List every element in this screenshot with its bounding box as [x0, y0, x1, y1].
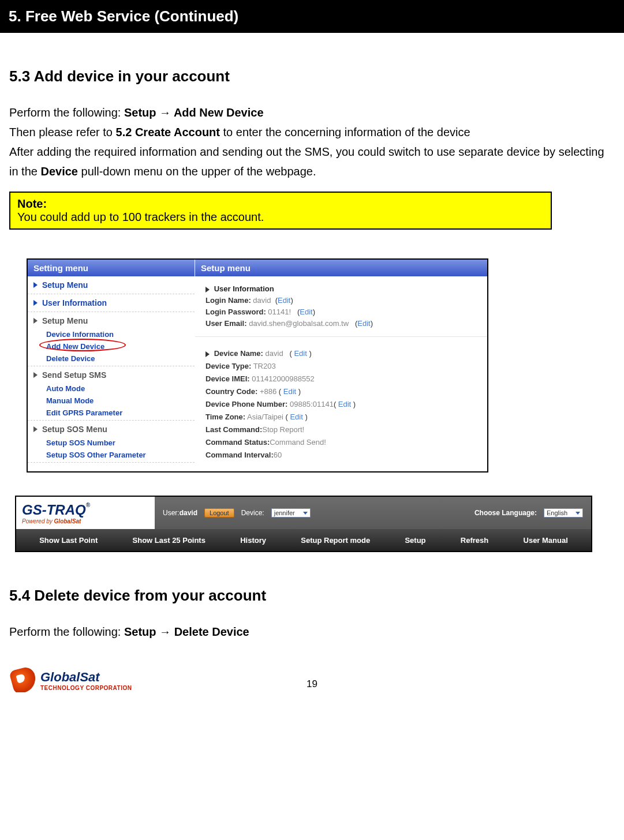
main-nav-bar: Show Last Point Show Last 25 Points Hist…	[16, 529, 591, 551]
page-header-bar: 5. Free Web Service (Continued)	[0, 0, 624, 33]
topbar: GS-TRAQ® Powered by GlobalSat User:david…	[16, 497, 591, 529]
p1-pre: Perform the following:	[9, 106, 124, 119]
section-5-4-heading: 5.4 Delete device from your account	[9, 587, 615, 605]
submenu-label: Add New Device	[46, 342, 104, 351]
user-email-value: david.shen@globalsat.com.tw	[249, 319, 349, 328]
menu-setup-menu-1[interactable]: Setup Menu	[28, 278, 195, 292]
command-status-label: Command Status:	[205, 438, 270, 447]
device-name-value: david	[266, 349, 283, 358]
logo-main-text: GS-TRAQ®	[22, 502, 149, 518]
device-info-block: Device Name: david ( Edit ) Device Type:…	[195, 337, 487, 471]
setting-menu-header: Setting menu	[28, 260, 195, 276]
chevron-right-icon	[33, 300, 38, 306]
user-value: david	[180, 509, 197, 517]
edit-user-email-link[interactable]: Edit	[357, 319, 370, 328]
logout-button[interactable]: Logout	[204, 508, 234, 518]
edit-time-zone-link[interactable]: Edit	[290, 412, 302, 421]
login-password-label: Login Password:	[205, 308, 266, 316]
chevron-right-icon	[33, 282, 38, 288]
footer-logo-big: GlobalSat	[40, 670, 132, 685]
setting-menu-panel: Setting menu Setup Menu User Information…	[28, 260, 195, 471]
login-name-label: Login Name:	[205, 296, 251, 305]
p3-post: pull-down menu on the upper of the webpa…	[81, 165, 316, 178]
menu-label: User Information	[42, 298, 107, 308]
device-imei-row: Device IMEI: 011412000988552	[205, 374, 477, 383]
menu-label: Setup Menu	[42, 316, 88, 325]
chevron-right-icon	[33, 426, 38, 432]
menu-setup-menu-2[interactable]: Setup Menu	[28, 313, 195, 328]
setup-menu-header: Setup menu	[195, 260, 487, 276]
navbar-screenshot: GS-TRAQ® Powered by GlobalSat User:david…	[15, 496, 592, 552]
device-type-row: Device Type: TR203	[205, 362, 477, 370]
user-info-heading: User Information	[205, 284, 477, 293]
user-email-label: User Email:	[205, 319, 247, 328]
user-label-text: User:	[163, 509, 180, 517]
menu-user-information[interactable]: User Information	[28, 295, 195, 310]
submenu-add-new-device[interactable]: Add New Device	[28, 340, 195, 352]
country-code-label: Country Code:	[205, 387, 257, 396]
last-command-row: Last Command:Stop Report!	[205, 425, 477, 434]
device-phone-row: Device Phone Number: 09885:01141( Edit )	[205, 400, 477, 408]
command-interval-value: 60	[274, 451, 282, 459]
nav-show-last-point[interactable]: Show Last Point	[35, 536, 102, 545]
edit-country-code-link[interactable]: Edit	[283, 387, 296, 396]
section-5-3-heading: 5.3 Add device in your account	[9, 68, 615, 85]
p2-post: to enter the concerning information of t…	[223, 126, 470, 138]
last-command-label: Last Command:	[205, 425, 262, 434]
nav-setup[interactable]: Setup	[400, 536, 430, 545]
note-box: Note: You could add up to 100 trackers i…	[9, 192, 552, 230]
user-info-label: User Information	[214, 284, 274, 293]
submenu-auto-mode[interactable]: Auto Mode	[28, 382, 195, 395]
device-name-row: Device Name: david ( Edit )	[205, 349, 477, 358]
page-number: 19	[307, 678, 317, 690]
menu-label: Setup SOS Menu	[42, 425, 107, 434]
nav-history[interactable]: History	[236, 536, 271, 545]
menu-setup-sos-menu[interactable]: Setup SOS Menu	[28, 422, 195, 437]
p1-bold: Setup → Add New Device	[124, 106, 264, 119]
nav-setup-report-mode[interactable]: Setup Report mode	[296, 536, 375, 545]
nav-refresh[interactable]: Refresh	[456, 536, 493, 545]
edit-device-name-link[interactable]: Edit	[294, 349, 307, 358]
page-footer: GlobalSat TECHNOLOGY CORPORATION 19	[0, 652, 624, 692]
note-body: You could add up to 100 trackers in the …	[17, 211, 544, 224]
login-password-value: 01141!	[268, 308, 291, 316]
submenu-setup-sos-number[interactable]: Setup SOS Number	[28, 437, 195, 449]
chevron-right-icon	[33, 318, 38, 324]
submenu-edit-gprs-parameter[interactable]: Edit GPRS Parameter	[28, 407, 195, 419]
edit-login-name-link[interactable]: Edit	[278, 296, 290, 305]
time-zone-value: Asia/Taipei	[247, 412, 283, 421]
submenu-setup-sos-other-parameter[interactable]: Setup SOS Other Parameter	[28, 449, 195, 461]
edit-device-phone-link[interactable]: Edit	[338, 400, 351, 408]
submenu-manual-mode[interactable]: Manual Mode	[28, 395, 195, 407]
nav-show-last-25-points[interactable]: Show Last 25 Points	[128, 536, 210, 545]
country-code-row: Country Code: +886 ( Edit )	[205, 387, 477, 396]
user-label: User:david	[163, 509, 197, 517]
country-code-value: +886	[260, 387, 276, 396]
logo-text: GS-TRAQ	[22, 502, 86, 518]
globalsat-footer-logo: GlobalSat TECHNOLOGY CORPORATION	[12, 668, 132, 692]
command-interval-row: Command Interval:60	[205, 451, 477, 459]
command-interval-label: Command Interval:	[205, 451, 274, 459]
device-imei-value: 011412000988552	[252, 374, 314, 383]
time-zone-row: Time Zone: Asia/Taipei ( Edit )	[205, 412, 477, 421]
command-status-value: Command Send!	[270, 438, 326, 447]
footer-logo-small: TECHNOLOGY CORPORATION	[40, 685, 132, 691]
nav-user-manual[interactable]: User Manual	[519, 536, 573, 545]
registered-icon: ®	[86, 502, 90, 508]
menu-send-setup-sms[interactable]: Send Setup SMS	[28, 367, 195, 382]
user-info-block: User Information Login Name: david (Edit…	[195, 276, 487, 337]
footer-logo-text: GlobalSat TECHNOLOGY CORPORATION	[40, 670, 132, 691]
submenu-device-information[interactable]: Device Information	[28, 328, 195, 340]
setup-menu-panel: Setup menu User Information Login Name: …	[195, 260, 487, 471]
p54-bold: Setup → Delete Device	[124, 625, 249, 638]
submenu-delete-device[interactable]: Delete Device	[28, 352, 195, 365]
language-select[interactable]: English	[544, 508, 583, 518]
device-type-label: Device Type:	[205, 362, 251, 370]
device-select[interactable]: jennifer	[271, 508, 311, 518]
command-status-row: Command Status:Command Send!	[205, 438, 477, 447]
edit-login-password-link[interactable]: Edit	[300, 308, 312, 316]
device-type-value: TR203	[253, 362, 276, 370]
chevron-down-icon	[576, 512, 580, 515]
section-5-4-paragraph: Perform the following: Setup → Delete De…	[9, 622, 615, 642]
note-title: Note:	[17, 197, 544, 211]
